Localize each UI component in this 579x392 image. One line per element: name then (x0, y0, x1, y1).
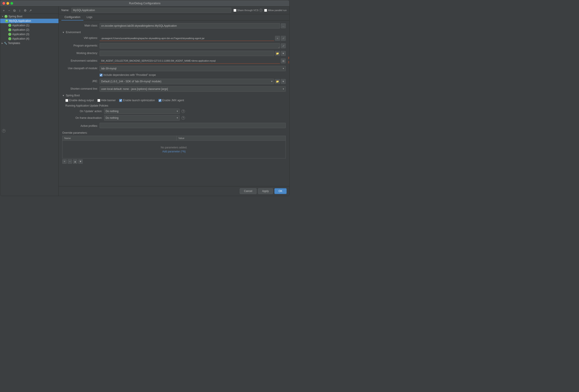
vm-options-expand-button[interactable]: ⤢ (281, 36, 286, 41)
hide-banner-label: Hide banner (101, 99, 116, 102)
spring-boot-checkboxes: Enable debug output Hide banner Enable l… (65, 99, 286, 102)
table-down-button[interactable]: ▼ (78, 159, 83, 164)
tab-configuration[interactable]: Configuration (61, 14, 83, 20)
name-input[interactable] (71, 8, 231, 13)
module-input-wrap: lab-39-mysql ▼ (100, 66, 286, 71)
spring-boot-arrow[interactable]: ▼ (62, 94, 65, 97)
sort-config-button[interactable]: ↕ (18, 8, 22, 13)
on-frame-help[interactable]: ? (181, 116, 185, 120)
jre-select-wrap: Default (1.8.0_144 - SDK of 'lab-39-mysq… (100, 79, 274, 84)
vm-options-input[interactable] (100, 36, 274, 41)
on-update-select[interactable]: Do nothing (104, 109, 180, 114)
allow-parallel-label: Allow parallel run (268, 9, 287, 11)
env-vars-row: Environment variables: ⊞ 和上面示例一样，只是为了区分下… (62, 58, 286, 64)
shorten-cmd-select[interactable]: user-local default: none - java [options… (100, 86, 286, 92)
settings-config-button[interactable]: ⚙ (23, 8, 27, 13)
annotation-text: 和上面示例一样，只是为了区分下，所以应用名改了下 (288, 56, 289, 65)
share-vcs-checkbox[interactable] (233, 9, 236, 12)
mysql-app-icon: 🍃 (5, 19, 8, 22)
jre-browse-button[interactable]: 📁 (275, 79, 280, 84)
spring-boot-tree-group: ▼ 🍃 Spring Boot 🍃 MySQLApplication Appli… (0, 14, 59, 41)
remove-config-button[interactable]: − (7, 8, 11, 13)
main-class-input[interactable] (100, 23, 280, 28)
spring-boot-section-header: ▼ Spring Boot (62, 94, 286, 97)
policies-section: Running Application Update Policies On '… (65, 104, 286, 121)
policies-title: Running Application Update Policies (65, 104, 286, 107)
spring-boot-group-header[interactable]: ▼ 🍃 Spring Boot (0, 14, 59, 19)
enable-debug-label: Enable debug output (69, 99, 94, 102)
cancel-button[interactable]: Cancel (240, 188, 256, 194)
tab-logs[interactable]: Logs (83, 14, 95, 20)
enable-debug-item: Enable debug output (65, 99, 94, 102)
env-vars-browse-button[interactable]: ⊞ (281, 59, 286, 63)
working-dir-input-wrap: 📁 ▼ (100, 51, 286, 56)
spring-boot-icon: 🍃 (4, 15, 7, 18)
sidebar-item-mysql-application[interactable]: 🍃 MySQLApplication (0, 19, 59, 23)
main-content: + − ⧉ ↕ ⚙ ↗ ▼ 🍃 Spring Boot 🍃 MySQLAppli… (0, 6, 289, 196)
table-remove-button[interactable]: − (68, 159, 72, 164)
templates-group-header[interactable]: ▶ 🔧 Templates (0, 41, 59, 45)
include-deps-checkbox[interactable] (100, 74, 102, 77)
allow-parallel-checkbox[interactable] (264, 9, 267, 12)
sidebar-item-application-2[interactable]: Application (2) (0, 28, 59, 32)
main-class-row: Main class: ... (62, 23, 286, 28)
ok-button[interactable]: OK (274, 188, 287, 194)
app4-icon (8, 37, 11, 40)
env-vars-input[interactable] (100, 58, 280, 64)
module-row: Use classpath of module: lab-39-mysql ▼ (62, 66, 286, 71)
copy-config-button[interactable]: ⧉ (12, 8, 17, 13)
table-up-button[interactable]: ▲ (73, 159, 77, 164)
params-name-header: Name (63, 136, 177, 141)
sidebar-item-application-3[interactable]: Application (3) (0, 32, 59, 36)
program-args-input[interactable] (100, 43, 280, 49)
module-select[interactable]: lab-39-mysql (100, 66, 286, 71)
sidebar-help-button[interactable]: ? (2, 129, 5, 133)
working-dir-expand-button[interactable]: ▼ (281, 51, 286, 56)
shorten-cmd-input-wrap: user-local default: none - java [options… (100, 86, 286, 92)
jre-expand-button[interactable]: ▼ (281, 79, 286, 84)
program-args-input-wrap: ⤢ (100, 43, 286, 49)
hide-banner-checkbox[interactable] (97, 99, 100, 102)
table-add-button[interactable]: + (62, 159, 67, 164)
maximize-button[interactable] (10, 2, 13, 5)
enable-jmx-checkbox[interactable] (158, 99, 161, 102)
add-param-link[interactable]: Add parameter (^N) (64, 150, 284, 153)
minimize-button[interactable] (6, 2, 9, 5)
title-bar: Run/Debug Configurations (0, 0, 289, 6)
jre-select[interactable]: Default (1.8.0_144 - SDK of 'lab-39-mysq… (100, 79, 274, 84)
on-frame-select[interactable]: Do nothing (104, 115, 180, 121)
app2-label: Application (2) (12, 28, 29, 31)
expand-config-button[interactable]: ↗ (28, 8, 33, 13)
sidebar-item-application-1[interactable]: Application (1) (0, 23, 59, 28)
include-deps-row: Include dependencies with "Provided" sco… (100, 74, 286, 77)
jre-label: JRE: (62, 79, 98, 83)
params-table: Name Value No parameters added. Add para… (62, 136, 286, 158)
top-bar-right: Share through VCS ? Allow parallel run (233, 9, 287, 12)
add-config-button[interactable]: + (1, 8, 6, 13)
working-dir-input[interactable] (100, 51, 274, 56)
environment-section-header: ▼ Environment (62, 31, 286, 34)
spring-boot-section: ▼ Spring Boot Enable debug output Hide b… (62, 94, 286, 121)
active-profiles-input[interactable] (100, 123, 286, 128)
spring-boot-group-label: Spring Boot (8, 15, 22, 18)
active-profiles-input-wrap (100, 123, 286, 128)
environment-arrow[interactable]: ▼ (62, 31, 65, 34)
apply-button[interactable]: Apply (258, 188, 273, 194)
close-button[interactable] (2, 2, 5, 5)
enable-debug-checkbox[interactable] (65, 99, 68, 102)
app3-icon (8, 33, 11, 36)
on-update-row: On 'Update' action: Do nothing ▼ ? (65, 109, 286, 114)
params-empty-cell: No parameters added. Add parameter (^N) (63, 141, 286, 158)
share-vcs-label: Share through VCS (237, 9, 258, 11)
program-args-expand-button[interactable]: ⤢ (281, 43, 286, 48)
working-dir-browse-button[interactable]: 📁 (275, 51, 280, 56)
app3-label: Application (3) (12, 33, 29, 36)
on-frame-label: On frame deactivation: (69, 116, 102, 119)
enable-launch-checkbox[interactable] (119, 99, 122, 102)
on-update-help[interactable]: ? (181, 109, 185, 113)
vm-options-add-button[interactable]: + (275, 36, 280, 41)
sidebar-item-application-4[interactable]: Application (4) (0, 36, 59, 41)
main-class-browse-button[interactable]: ... (281, 23, 286, 28)
top-bar: Name: Share through VCS ? Allow parallel… (59, 6, 289, 14)
share-vcs-help[interactable]: ? (259, 9, 262, 12)
